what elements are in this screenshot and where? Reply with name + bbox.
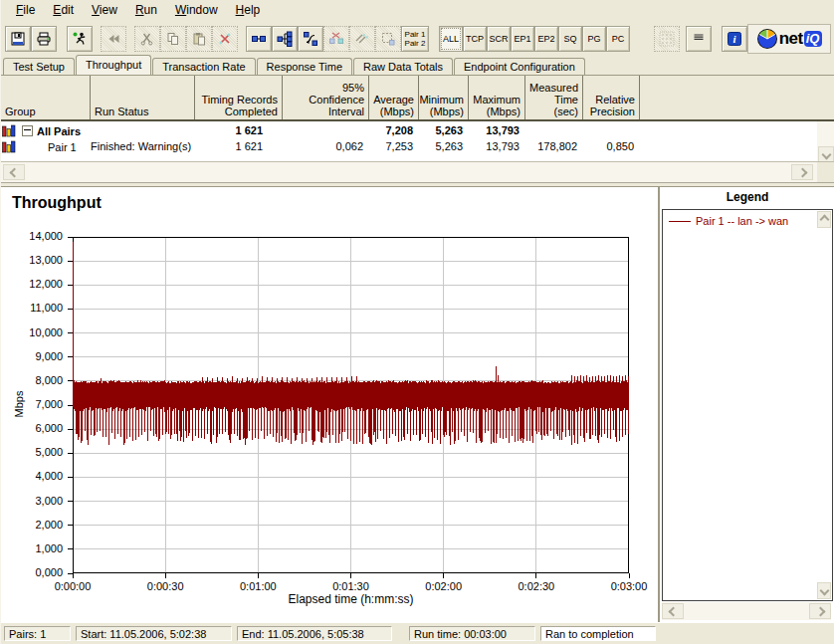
- status-end-time: End: 11.05.2006, 5:05:38: [237, 626, 392, 641]
- cut-icon: [139, 31, 155, 47]
- table-row-all-pairs[interactable]: All Pairs 1 621 7,208 5,263 13,793: [1, 122, 834, 138]
- y-tick-label: 6,000: [1, 422, 63, 434]
- y-tick-label: 3,000: [1, 495, 63, 507]
- replicate-pair-button[interactable]: [349, 26, 375, 52]
- table-row-pair-1[interactable]: Pair 1 Finished: Warning(s) 1 621 0,062 …: [1, 138, 834, 154]
- filter-pc-button[interactable]: PC: [606, 26, 630, 52]
- run-test-button[interactable]: [67, 26, 93, 52]
- replicate-pair-icon: [354, 31, 370, 47]
- menu-window[interactable]: Window: [166, 1, 227, 20]
- scroll-left-button[interactable]: [662, 603, 684, 619]
- throughput-chart: Throughput Mbps Elapsed time (h:mm:ss) 0…: [1, 187, 656, 623]
- add-pair-button[interactable]: [246, 26, 272, 52]
- pair-list-button[interactable]: Pair 1 Pair 2: [401, 26, 429, 52]
- delete-button[interactable]: [212, 26, 238, 52]
- menu-edit[interactable]: Edit: [44, 1, 83, 20]
- measured-time-value: 178,802: [525, 140, 583, 152]
- report-lines-button[interactable]: [686, 26, 712, 52]
- filter-all-button[interactable]: ALL: [439, 26, 463, 52]
- column-header-run-status[interactable]: Run Status: [91, 76, 195, 119]
- scroll-right-button[interactable]: [791, 164, 813, 180]
- table-vertical-scrollbar[interactable]: [817, 121, 834, 162]
- column-header-maximum[interactable]: Maximum (Mbps): [469, 76, 525, 119]
- pair-chart-icon: [1, 124, 17, 137]
- paste-button[interactable]: [186, 26, 212, 52]
- scroll-down-button[interactable]: [818, 146, 834, 162]
- filter-ep1-button[interactable]: EP1: [511, 26, 534, 52]
- legend-entry-pair-1[interactable]: Pair 1 -- lan -> wan: [669, 215, 788, 227]
- menu-help[interactable]: Help: [227, 1, 270, 20]
- column-header-group[interactable]: Group: [1, 76, 91, 119]
- scrollbar-corner: [817, 161, 834, 182]
- column-header-confidence[interactable]: 95% Confidence Interval: [283, 76, 369, 119]
- tab-transaction-rate[interactable]: Transaction Rate: [152, 58, 255, 75]
- menu-file[interactable]: File: [7, 1, 44, 20]
- average-value: 7,253: [369, 140, 419, 152]
- column-header-measured-time[interactable]: Measured Time (sec): [525, 76, 583, 119]
- edit-pair-button[interactable]: [323, 26, 349, 52]
- add-pair-group-icon: [277, 31, 293, 47]
- tab-endpoint-configuration[interactable]: Endpoint Configuration: [454, 58, 585, 75]
- maximum-value: 13,793: [469, 124, 525, 136]
- cut-button[interactable]: [134, 26, 160, 52]
- pair-list-line2: Pair 2: [405, 39, 426, 48]
- table-horizontal-scrollbar[interactable]: [1, 161, 817, 182]
- filter-tcp-button[interactable]: TCP: [463, 26, 487, 52]
- chevron-right-icon: [797, 167, 807, 177]
- tab-test-setup[interactable]: Test Setup: [3, 58, 75, 75]
- column-header-precision[interactable]: Relative Precision: [583, 76, 640, 119]
- status-pairs: Pairs: 1: [4, 626, 71, 641]
- help-info-button[interactable]: i: [722, 26, 747, 52]
- menu-bar: File Edit View Run Window Help: [1, 0, 834, 20]
- menu-run[interactable]: Run: [126, 1, 166, 20]
- status-bar: Pairs: 1 Start: 11.05.2006, 5:02:38 End:…: [1, 622, 834, 644]
- filter-ep2-button[interactable]: EP2: [534, 26, 558, 52]
- collapse-all-pairs-icon[interactable]: [22, 125, 33, 136]
- delete-icon: [217, 31, 233, 47]
- scroll-left-button[interactable]: [3, 164, 25, 180]
- y-tick-label: 5,000: [1, 446, 63, 458]
- timing-records-value: 1 621: [195, 124, 283, 136]
- scroll-up-button[interactable]: [817, 211, 831, 228]
- precision-value: 0,850: [583, 140, 640, 152]
- netiq-logo: net iQ: [747, 24, 831, 54]
- column-header-minimum[interactable]: Minimum (Mbps): [419, 76, 469, 119]
- pair-chart-icon: [1, 140, 17, 153]
- x-tick-label: 0:02:30: [505, 580, 568, 592]
- clone-pair-button[interactable]: [375, 26, 401, 52]
- legend-horizontal-scrollbar[interactable]: [662, 602, 831, 620]
- dotted-grid-icon: [659, 31, 675, 47]
- x-tick-label: 0:01:30: [319, 580, 383, 592]
- legend-line-swatch: [669, 221, 691, 222]
- scroll-right-button[interactable]: [809, 603, 831, 619]
- edit-pair-icon: [328, 31, 344, 47]
- pair-list-line1: Pair 1: [405, 30, 426, 39]
- scroll-down-button[interactable]: [817, 582, 831, 599]
- tab-response-time[interactable]: Response Time: [257, 58, 352, 75]
- tab-raw-data-totals[interactable]: Raw Data Totals: [353, 58, 453, 75]
- legend-vertical-scrollbar[interactable]: [817, 210, 832, 600]
- filter-pg-button[interactable]: PG: [582, 26, 606, 52]
- abort-run-icon: [105, 31, 121, 47]
- tab-throughput[interactable]: Throughput: [76, 55, 151, 75]
- logo-text-net: net: [779, 29, 803, 49]
- y-tick-label: 4,000: [1, 470, 63, 482]
- confidence-value: 0,062: [283, 140, 369, 152]
- chart-pane: Throughput Mbps Elapsed time (h:mm:ss) 0…: [1, 186, 834, 622]
- save-button[interactable]: [5, 26, 31, 52]
- filter-sq-button[interactable]: SQ: [558, 26, 582, 52]
- y-tick-label: 7,000: [1, 398, 63, 410]
- print-button[interactable]: [31, 26, 57, 52]
- save-icon: [10, 31, 26, 47]
- y-tick-label: 2,000: [1, 519, 63, 531]
- add-pair-group-button[interactable]: [272, 26, 298, 52]
- column-header-average[interactable]: Average (Mbps): [369, 76, 419, 119]
- add-pair-icon: [251, 31, 267, 47]
- abort-run-button[interactable]: [101, 26, 126, 52]
- menu-view[interactable]: View: [83, 1, 126, 20]
- swap-pair-button[interactable]: [298, 26, 323, 52]
- column-header-timing-records[interactable]: Timing Records Completed: [195, 76, 283, 119]
- dotted-grid-button[interactable]: [654, 26, 680, 52]
- filter-scr-button[interactable]: SCR: [487, 26, 511, 52]
- copy-button[interactable]: [160, 26, 186, 52]
